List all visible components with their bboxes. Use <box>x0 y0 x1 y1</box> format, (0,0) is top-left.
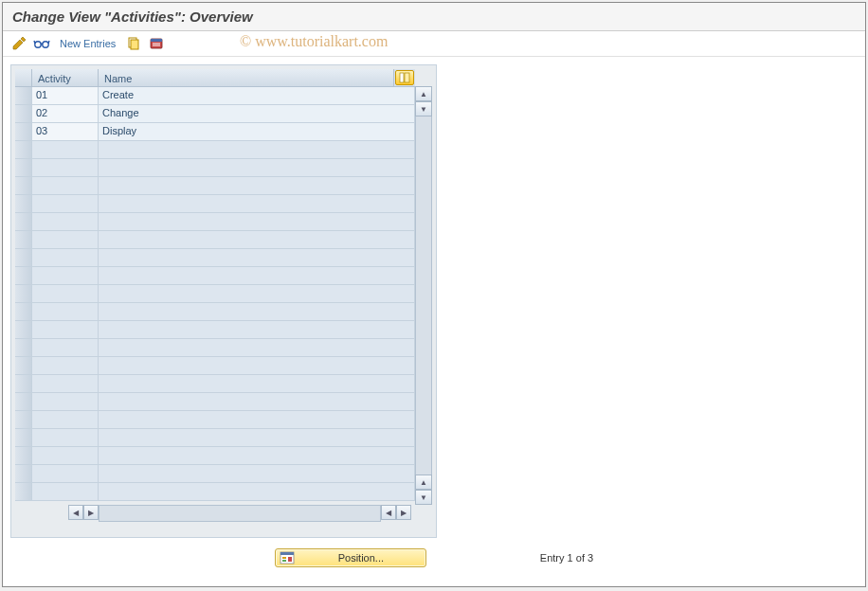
row-selector[interactable] <box>15 249 32 266</box>
cell-name[interactable] <box>99 195 415 212</box>
row-selector[interactable] <box>15 231 32 248</box>
cell-name[interactable] <box>99 411 415 428</box>
cell-activity[interactable] <box>32 213 99 230</box>
copy-icon[interactable] <box>125 35 142 52</box>
cell-activity[interactable] <box>32 411 99 428</box>
svg-point-1 <box>43 42 48 47</box>
cell-activity[interactable]: 02 <box>32 105 99 122</box>
horizontal-scroll-track[interactable] <box>99 505 381 522</box>
row-selector[interactable] <box>15 105 32 122</box>
cell-activity[interactable] <box>32 357 99 374</box>
row-selector[interactable] <box>15 375 32 392</box>
cell-name[interactable] <box>99 375 415 392</box>
vertical-scrollbar: ▲ ▼ ▲ ▼ <box>415 69 432 505</box>
row-selector[interactable] <box>15 195 32 212</box>
svg-rect-14 <box>288 557 292 562</box>
column-header-selector[interactable] <box>15 69 32 86</box>
cell-activity[interactable] <box>32 195 99 212</box>
row-selector[interactable] <box>15 357 32 374</box>
row-selector[interactable] <box>15 303 32 320</box>
footer-row: Position... Entry 1 of 3 <box>3 548 865 567</box>
cell-name[interactable] <box>99 483 415 500</box>
row-selector[interactable] <box>15 447 32 464</box>
row-selector[interactable] <box>15 285 32 302</box>
row-selector[interactable] <box>15 429 32 446</box>
horizontal-scrollbar: ◀ ▶ ◀ ▶ <box>15 505 432 522</box>
cell-name[interactable] <box>99 177 415 194</box>
glasses-icon[interactable] <box>33 35 50 52</box>
cell-name[interactable] <box>99 267 415 284</box>
cell-activity[interactable]: 01 <box>32 87 99 104</box>
new-entries-button[interactable]: New Entries <box>56 36 119 51</box>
cell-name[interactable]: Change <box>99 105 415 122</box>
vertical-scroll-track[interactable] <box>415 116 432 475</box>
row-selector[interactable] <box>15 267 32 284</box>
cell-name[interactable] <box>99 357 415 374</box>
row-selector[interactable] <box>15 159 32 176</box>
cell-activity[interactable] <box>32 393 99 410</box>
position-button[interactable]: Position... <box>275 548 426 567</box>
cell-activity[interactable] <box>32 375 99 392</box>
cell-activity[interactable] <box>32 159 99 176</box>
row-selector[interactable] <box>15 339 32 356</box>
row-selector[interactable] <box>15 141 32 158</box>
cell-name[interactable] <box>99 213 415 230</box>
row-selector[interactable] <box>15 411 32 428</box>
table-row <box>15 303 415 321</box>
cell-name[interactable]: Create <box>99 87 415 104</box>
cell-activity[interactable] <box>32 465 99 482</box>
cell-name[interactable] <box>99 141 415 158</box>
scroll-left-button[interactable]: ◀ <box>68 505 83 520</box>
cell-name[interactable] <box>99 285 415 302</box>
column-header-activity[interactable]: Activity <box>32 69 99 86</box>
scroll-up-button[interactable]: ▲ <box>415 86 432 101</box>
cell-name[interactable] <box>99 249 415 266</box>
cell-activity[interactable] <box>32 141 99 158</box>
table-row <box>15 483 415 501</box>
cell-activity[interactable]: 03 <box>32 123 99 140</box>
row-selector[interactable] <box>15 213 32 230</box>
row-selector[interactable] <box>15 177 32 194</box>
scroll-down-button[interactable]: ▼ <box>415 101 432 116</box>
table-settings-button[interactable] <box>395 70 414 85</box>
cell-name[interactable] <box>99 159 415 176</box>
page-title: Change View "Activities": Overview <box>3 3 865 31</box>
scroll-right-end-button[interactable]: ▶ <box>396 505 411 520</box>
cell-activity[interactable] <box>32 429 99 446</box>
row-selector[interactable] <box>15 321 32 338</box>
cell-name[interactable] <box>99 339 415 356</box>
row-selector[interactable] <box>15 465 32 482</box>
cell-activity[interactable] <box>32 177 99 194</box>
cell-activity[interactable] <box>32 231 99 248</box>
table-row: 03Display <box>15 123 415 141</box>
delete-icon[interactable] <box>148 35 165 52</box>
cell-name[interactable] <box>99 231 415 248</box>
cell-name[interactable] <box>99 303 415 320</box>
cell-activity[interactable] <box>32 321 99 338</box>
cell-name[interactable]: Display <box>99 123 415 140</box>
scroll-up-bottom-button[interactable]: ▲ <box>415 475 432 490</box>
row-selector[interactable] <box>15 393 32 410</box>
cell-activity[interactable] <box>32 339 99 356</box>
cell-activity[interactable] <box>32 447 99 464</box>
change-icon[interactable] <box>10 35 27 52</box>
scroll-right-button[interactable]: ▶ <box>83 505 99 520</box>
row-selector[interactable] <box>15 483 32 500</box>
scroll-down-bottom-button[interactable]: ▼ <box>415 490 432 505</box>
cell-activity[interactable] <box>32 303 99 320</box>
cell-activity[interactable] <box>32 267 99 284</box>
cell-name[interactable] <box>99 429 415 446</box>
scroll-left-end-button[interactable]: ◀ <box>381 505 396 520</box>
cell-activity[interactable] <box>32 285 99 302</box>
svg-rect-3 <box>131 40 138 49</box>
cell-name[interactable] <box>99 447 415 464</box>
cell-name[interactable] <box>99 321 415 338</box>
table-row: 01Create <box>15 87 415 105</box>
cell-name[interactable] <box>99 465 415 482</box>
cell-activity[interactable] <box>32 483 99 500</box>
cell-activity[interactable] <box>32 249 99 266</box>
column-header-name[interactable]: Name <box>99 69 394 86</box>
row-selector[interactable] <box>15 123 32 140</box>
cell-name[interactable] <box>99 393 415 410</box>
row-selector[interactable] <box>15 87 32 104</box>
